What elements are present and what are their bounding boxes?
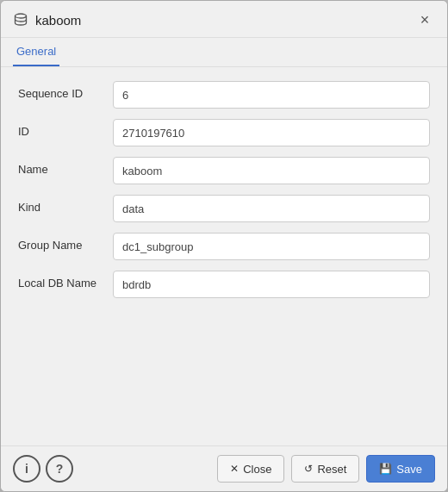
group-name-input[interactable] xyxy=(113,233,430,260)
dialog-title-area: kaboom xyxy=(13,12,81,28)
name-input[interactable] xyxy=(113,157,430,184)
dialog-body: Sequence IDIDNameKindGroup NameLocal DB … xyxy=(1,67,447,445)
footer-right: ✕ Close ↺ Reset 💾 Save xyxy=(217,455,435,483)
form-label: Kind xyxy=(18,195,113,214)
reset-btn-label: Reset xyxy=(317,463,346,476)
form-label: Name xyxy=(18,157,113,176)
footer-left: i ? xyxy=(13,455,73,483)
save-btn-label: Save xyxy=(396,463,422,476)
save-button[interactable]: 💾 Save xyxy=(366,455,435,483)
close-icon-button[interactable]: × xyxy=(414,9,435,30)
form-label: Group Name xyxy=(18,233,113,252)
form-row: ID xyxy=(18,119,430,146)
form-row: Local DB Name xyxy=(18,271,430,298)
save-icon: 💾 xyxy=(379,463,392,475)
form-label: ID xyxy=(18,119,113,138)
form-row: Sequence ID xyxy=(18,81,430,109)
form-label: Local DB Name xyxy=(18,271,113,290)
form-row: Name xyxy=(18,157,430,184)
local-db-name-input[interactable] xyxy=(113,271,430,298)
sequence-id-input[interactable] xyxy=(113,81,430,109)
form-row: Group Name xyxy=(18,233,430,260)
tabs-bar: General xyxy=(1,38,447,67)
svg-point-0 xyxy=(16,14,27,18)
close-x-icon: ✕ xyxy=(230,463,239,475)
dialog: kaboom × General Sequence IDIDNameKindGr… xyxy=(0,0,448,492)
tab-general[interactable]: General xyxy=(13,38,59,66)
help-button[interactable]: ? xyxy=(46,455,73,483)
database-icon xyxy=(13,12,28,28)
dialog-title: kaboom xyxy=(35,13,81,28)
close-btn-label: Close xyxy=(243,463,271,476)
close-button[interactable]: ✕ Close xyxy=(217,455,284,483)
id-input[interactable] xyxy=(113,119,430,146)
info-button[interactable]: i xyxy=(13,455,40,483)
reset-button[interactable]: ↺ Reset xyxy=(291,455,359,483)
reset-icon: ↺ xyxy=(304,463,313,475)
dialog-header: kaboom × xyxy=(1,1,447,38)
dialog-footer: i ? ✕ Close ↺ Reset 💾 Save xyxy=(1,445,447,491)
form-label: Sequence ID xyxy=(18,81,113,100)
form-row: Kind xyxy=(18,195,430,222)
kind-input[interactable] xyxy=(113,195,430,222)
